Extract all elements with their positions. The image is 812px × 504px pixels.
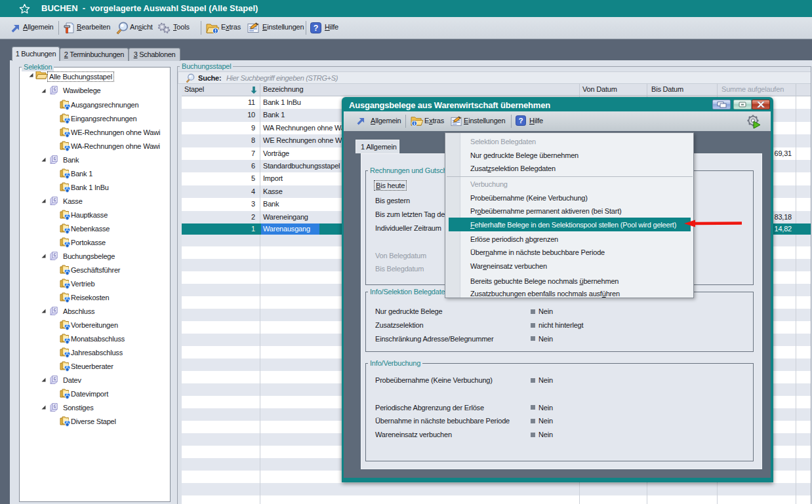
- svg-text:?: ?: [519, 116, 523, 125]
- svg-text:?: ?: [314, 24, 318, 33]
